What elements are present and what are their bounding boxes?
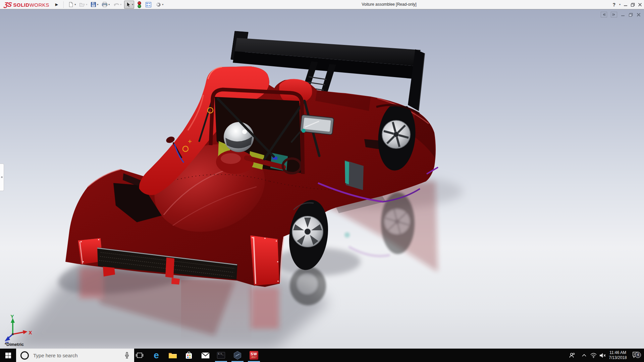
printer-icon [102,2,108,7]
microphone-icon[interactable] [124,352,129,359]
teal-fitting [302,129,306,133]
task-view-icon [136,352,143,358]
gear-icon [155,1,161,8]
select-tool-caret[interactable]: ▾ [132,3,133,6]
print-button[interactable]: ▾ [101,1,110,8]
triad-x-label: X [29,330,32,335]
command-prompt-icon: C:\_ [217,352,225,359]
window-controls: ? ▾ [612,0,642,9]
view-orientation-label: *Dimetric [5,342,24,347]
menu-flyout-icon[interactable]: ▶ [53,2,61,7]
taskbar-search[interactable] [16,349,134,362]
store-icon [185,351,193,359]
traffic-light-icon [137,1,142,8]
solidworks-logo: ƷSSOLIDWORKS [0,1,53,8]
open-document-button[interactable]: ▾ [78,1,88,8]
tray-date: 7/13/2018 [609,355,627,360]
solidworks-application-window: ƷSSOLIDWORKS ▶ ▾ ▾ ▾ ▾ ▾ ▾ [0,0,644,362]
doc-minimize-icon[interactable] [621,13,625,17]
restore-icon[interactable] [631,3,635,7]
document-title: Voiture assomblee [Read-only] [339,0,439,9]
people-tray-button[interactable] [568,349,577,362]
file-explorer-icon [168,352,177,359]
volume-tray-button[interactable] [598,349,607,362]
previous-pane-icon[interactable] [601,12,607,17]
doc-restore-icon[interactable] [629,13,633,17]
mail-button[interactable] [197,349,213,362]
action-center-button[interactable]: 4 [630,349,641,362]
volume-muted-icon [599,353,606,358]
edge-icon: e [154,351,159,360]
next-pane-icon[interactable] [611,12,617,17]
toolbar-separator [63,1,64,8]
tray-time: 11:46 AM [609,350,627,355]
windows-taskbar: e C:\_ SW 2017 [0,349,644,362]
print-caret[interactable]: ▾ [108,3,110,6]
people-icon [569,352,575,358]
tray-overflow-button[interactable] [580,349,588,362]
solidworks-app-button[interactable]: SW 2017 [246,349,262,362]
chevron-up-icon [582,354,586,357]
undo-caret: ▾ [120,3,121,6]
options-caret[interactable]: ▾ [162,3,163,6]
property-list-icon [145,2,152,8]
help-icon[interactable]: ? [612,2,615,7]
options-button[interactable]: ▾ [154,1,164,8]
help-caret[interactable]: ▾ [619,3,621,6]
select-tool-button[interactable]: ▾ [124,1,134,9]
file-explorer-button[interactable] [165,349,181,362]
brand-light: WORKS [30,2,49,8]
taskbar-clock[interactable]: 11:46 AM 7/13/2018 [607,349,629,362]
3d-model-scene[interactable]: Y X [0,9,644,349]
undo-arrow-icon [113,2,119,7]
open-folder-icon [79,2,85,7]
save-button[interactable]: ▾ [90,1,99,8]
save-floppy-icon [91,2,96,7]
select-cursor-icon [125,2,131,8]
sw-letters: SW [251,352,257,356]
graphics-viewport[interactable]: Y X *Dimetric [0,9,644,349]
search-input[interactable] [29,353,124,358]
property-list-button[interactable] [145,1,152,8]
save-caret[interactable]: ▾ [97,3,98,6]
traffic-light-button[interactable] [136,1,143,9]
command-prompt-button[interactable]: C:\_ [213,349,229,362]
feature-manager-collapsed-tab[interactable] [0,164,4,191]
triad-y-label: Y [11,314,14,319]
store-button[interactable] [181,349,197,362]
new-document-button[interactable]: ▾ [67,1,76,8]
new-document-caret[interactable]: ▾ [74,3,76,6]
hexagon-app-icon [233,351,242,360]
edge-button[interactable]: e [148,349,164,362]
cortana-icon[interactable] [20,351,29,360]
brand-bold: SOLID [13,2,29,8]
solidworks-logo-mark: ƷS [3,1,12,8]
task-view-button[interactable] [131,349,148,362]
open-document-caret: ▾ [86,3,87,6]
hexagon-app-button[interactable] [229,349,246,362]
document-window-controls [601,12,641,17]
sw-year: 2017 [251,356,257,359]
windows-logo-icon [5,353,11,358]
undo-button: ▾ [112,1,122,8]
front-right-fender-panel [250,235,279,286]
minimize-icon[interactable] [624,3,628,7]
doc-close-icon[interactable] [637,13,641,17]
mail-icon [201,352,210,359]
tab-grip-dot [1,176,3,178]
solidworks-app-icon: SW 2017 [250,351,258,360]
close-icon[interactable] [638,3,642,7]
network-tray-button[interactable] [589,349,598,362]
new-document-icon [68,2,74,7]
car-body[interactable] [65,66,438,287]
wifi-icon [590,353,597,358]
start-button[interactable] [0,349,16,362]
title-bar: ƷSSOLIDWORKS ▶ ▾ ▾ ▾ ▾ ▾ ▾ [0,0,644,9]
notification-badge: 4 [635,352,641,358]
